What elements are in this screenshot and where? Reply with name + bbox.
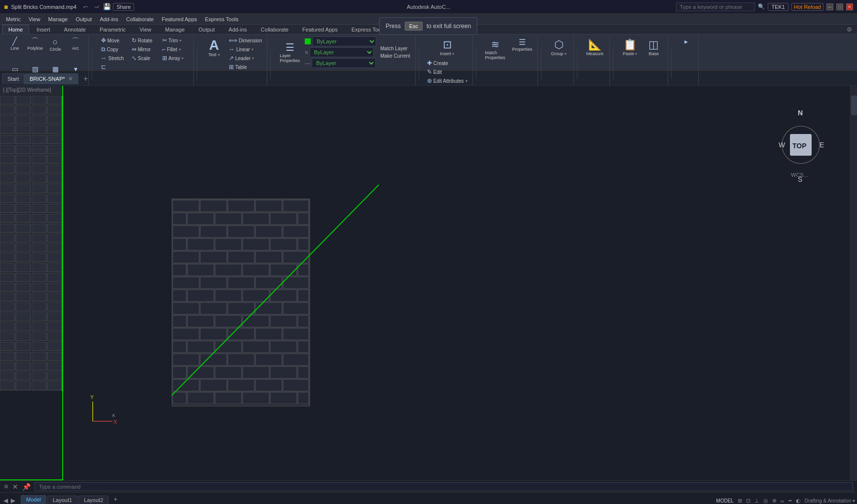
svg-rect-4	[0, 96, 63, 391]
transparency-icon[interactable]: ◐	[796, 498, 801, 504]
tool-leader[interactable]: ↗ Leader ▾	[227, 54, 264, 62]
tool-paste[interactable]: 📋 Paste ▾	[619, 36, 641, 58]
tool-edit-attributes[interactable]: ⊛ Edit Attributes ▾	[425, 77, 469, 85]
tool-fillet[interactable]: ⌐ Fillet ▾	[160, 45, 190, 53]
status-pin[interactable]: 📌	[22, 483, 31, 491]
tool-dimension[interactable]: ⟺ Dimension	[227, 36, 264, 44]
tool-arc[interactable]: ⌒ Arc	[66, 36, 85, 52]
polar-icon[interactable]: ◎	[763, 498, 768, 504]
command-input[interactable]	[35, 482, 853, 491]
ribbon-tab-insert[interactable]: Insert	[30, 25, 57, 34]
hot-reload-btn[interactable]: Hot Reload	[791, 3, 823, 11]
tool-move[interactable]: ✥ Move	[99, 36, 129, 44]
menu-collaborate[interactable]: Collaborate	[122, 14, 158, 24]
layout-nav-right[interactable]: ▶	[9, 497, 17, 504]
ribbon-tab-addins[interactable]: Add-ins	[222, 25, 253, 34]
tool-make-current[interactable]: Make Current	[378, 53, 412, 59]
undo-btn[interactable]: ⤺	[81, 2, 90, 11]
tool-properties-panel[interactable]: ☰ Properties	[510, 36, 535, 53]
ribbon-tab-manage[interactable]: Manage	[159, 25, 191, 34]
layout-tab-layout2[interactable]: Layout2	[78, 496, 108, 504]
status-close[interactable]: ✕	[12, 483, 18, 491]
snap-icon[interactable]: ⊞	[738, 498, 742, 504]
layout-tab-model[interactable]: Model	[21, 495, 46, 504]
tool-rotate[interactable]: ↻ Rotate	[130, 36, 159, 44]
ribbon-group-block: ⊡ Insert ▾ ✚ Create ✎ Edit ⊛ Edit Attrib…	[422, 35, 473, 93]
tool-view-expand[interactable]: ▸	[678, 36, 695, 46]
search-input[interactable]	[676, 2, 755, 11]
menu-add-ins[interactable]: Add-ins	[96, 14, 122, 24]
svg-rect-41	[215, 264, 242, 276]
new-layout-btn[interactable]: +	[109, 494, 121, 504]
menu-manage[interactable]: Manage	[44, 14, 72, 24]
tool-insert[interactable]: ⊡ Insert ▾	[425, 36, 469, 58]
lineweight-dropdown[interactable]: ByLayer	[312, 58, 376, 68]
tool-scale[interactable]: ⤡ Scale	[130, 54, 159, 62]
tool-copy[interactable]: ⧉ Copy	[99, 45, 129, 53]
svg-rect-35	[200, 251, 227, 263]
tool-measure[interactable]: 📐 Measure	[583, 36, 607, 58]
status-icon-gear[interactable]: ⚙	[4, 484, 8, 489]
save-icon[interactable]: 💾	[103, 3, 111, 10]
tool-rect[interactable]: ▭	[5, 65, 25, 74]
tool-trim[interactable]: ✂ Trim ▾	[160, 36, 190, 44]
otrack-icon[interactable]: ∞	[781, 498, 785, 504]
tool-match-layer[interactable]: Match Layer	[378, 45, 412, 52]
workspace-switcher[interactable]: Drafting & Annotation ▾	[805, 498, 855, 504]
tool-create-block[interactable]: ✚ Create	[425, 59, 469, 67]
menu-featured-apps[interactable]: Featured Apps	[158, 14, 201, 24]
svg-rect-72	[173, 341, 186, 353]
ribbon-tab-output[interactable]: Output	[192, 25, 221, 34]
lineweight-icon[interactable]: ━	[788, 498, 792, 504]
linetype-dropdown[interactable]: ByLayer	[310, 47, 374, 57]
ribbon-tab-annotate[interactable]: Annotate	[58, 25, 92, 34]
layer-dropdown[interactable]: ByLayer	[312, 36, 376, 46]
tool-polyline[interactable]: ⌒ Polyline	[25, 36, 45, 52]
tool-circle[interactable]: ○ Circle	[45, 36, 65, 53]
svg-rect-13	[200, 200, 227, 212]
svg-rect-66	[298, 315, 309, 327]
tool-text[interactable]: A Text ▾	[203, 36, 225, 59]
tool-group[interactable]: ⬡ Group ▾	[548, 36, 570, 58]
tool-gradient[interactable]: ▦	[45, 65, 65, 74]
menu-output[interactable]: Output	[71, 14, 96, 24]
layout-nav-left[interactable]: ◀	[2, 497, 9, 504]
layout-tab-layout1[interactable]: Layout1	[47, 496, 77, 504]
tool-mirror[interactable]: ⇔ Mirror	[130, 45, 159, 53]
svg-rect-42	[243, 264, 269, 276]
layer-icon2: ≡	[305, 49, 308, 55]
max-btn[interactable]: □	[836, 3, 843, 10]
tool-match-properties[interactable]: ≋ MatchProperties	[482, 36, 508, 62]
redo-btn[interactable]: ⤻	[92, 2, 101, 11]
right-scrollbar[interactable]	[850, 86, 857, 480]
tool-line[interactable]: ╱ Line	[5, 36, 25, 52]
ribbon-group-draw: ╱ Line ⌒ Polyline ○ Circle ⌒ Arc ▭	[2, 35, 89, 93]
tool-base[interactable]: ◫ Base	[643, 36, 665, 58]
tool-offset[interactable]: ⊏	[99, 63, 129, 71]
menu-metric[interactable]: Metric	[2, 14, 25, 24]
tool-layer-properties[interactable]: ☰ LayerProperties	[277, 39, 303, 65]
canvas-area[interactable]: Press Esc to exit full screen	[63, 86, 850, 480]
menu-view[interactable]: View	[25, 14, 44, 24]
ribbon-tab-featured[interactable]: Featured Apps	[296, 25, 344, 34]
tool-edit-block[interactable]: ✎ Edit	[425, 68, 469, 76]
share-button[interactable]: Share	[113, 3, 134, 11]
ribbon-tab-collaborate[interactable]: Collaborate	[254, 25, 295, 34]
tool-hatch[interactable]: ▨	[25, 65, 45, 74]
ortho-icon[interactable]: ⊥	[754, 498, 759, 504]
osnap-icon[interactable]: ⊕	[772, 498, 777, 504]
menu-express-tools[interactable]: Express Tools	[201, 14, 243, 24]
tool-array[interactable]: ⊞ Array ▾	[160, 54, 190, 62]
ribbon-tab-parametric[interactable]: Parametric	[93, 25, 132, 34]
ribbon-settings-icon[interactable]: ⚙	[844, 25, 855, 34]
tool-linear[interactable]: ↔ Linear ▾	[227, 45, 264, 53]
ribbon-tab-view[interactable]: View	[133, 25, 158, 34]
search-icon[interactable]: 🔍	[758, 3, 765, 10]
draw-expand[interactable]: ▾	[66, 65, 85, 74]
min-btn[interactable]: ─	[826, 3, 833, 10]
tool-stretch[interactable]: ↔ Stretch	[99, 54, 129, 62]
close-btn[interactable]: ✕	[846, 3, 853, 10]
grid-icon[interactable]: ⊡	[746, 498, 750, 504]
tool-table[interactable]: ⊞ Table	[227, 63, 264, 71]
ribbon-tab-home[interactable]: Home	[2, 25, 29, 34]
